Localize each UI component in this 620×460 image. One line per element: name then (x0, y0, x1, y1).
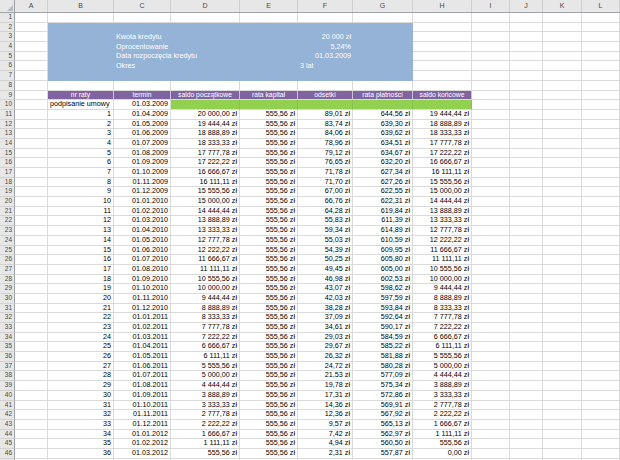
cell-H6[interactable] (413, 61, 472, 71)
cell-I23[interactable] (472, 226, 510, 236)
cell-I21[interactable] (472, 207, 510, 217)
cell-I33[interactable] (472, 323, 510, 333)
cell-J44[interactable] (510, 430, 543, 440)
cell-B15[interactable]: 5 (48, 149, 114, 159)
cell-A10[interactable] (15, 100, 48, 110)
cell-H19[interactable]: 15 000,00 zł (413, 187, 472, 197)
cell-F25[interactable]: 54,39 zł (298, 246, 353, 256)
cell-B32[interactable]: 22 (48, 313, 114, 323)
cell-H21[interactable]: 13 888,89 zł (413, 207, 472, 217)
cell-F37[interactable]: 24,72 zł (298, 362, 353, 372)
cell-I24[interactable] (472, 236, 510, 246)
cell-D1[interactable] (171, 13, 240, 23)
cell-I4[interactable] (472, 42, 510, 52)
cell-C18[interactable]: 01.11.2009 (114, 178, 171, 188)
cell-F22[interactable]: 55,83 zł (298, 216, 353, 226)
cell-K2[interactable] (543, 23, 582, 33)
column-header-C[interactable]: C (114, 0, 171, 12)
cell-E18[interactable]: 555,56 zł (240, 178, 298, 188)
cell-A8[interactable] (15, 81, 48, 91)
cell-H1[interactable] (413, 13, 472, 23)
cell-H31[interactable]: 8 333,33 zł (413, 304, 472, 314)
cell-E41[interactable]: 555,56 zł (240, 401, 298, 411)
table-header-C9[interactable]: termin (114, 91, 171, 101)
cell-J43[interactable] (510, 420, 543, 430)
cell-I12[interactable] (472, 120, 510, 130)
cell-B13[interactable]: 3 (48, 129, 114, 139)
cell-K11[interactable] (543, 110, 582, 120)
cell-K32[interactable] (543, 313, 582, 323)
table-header-H9[interactable]: saldo końcowe (413, 91, 472, 101)
cell-J25[interactable] (510, 246, 543, 256)
cell-B18[interactable]: 8 (48, 178, 114, 188)
cell-H28[interactable]: 10 000,00 zł (413, 275, 472, 285)
cell-D37[interactable]: 5 555,56 zł (171, 362, 240, 372)
cell-D30[interactable]: 9 444,44 zł (171, 294, 240, 304)
cell-L45[interactable] (582, 439, 620, 449)
cell-L26[interactable] (582, 255, 620, 265)
row-header-18[interactable]: 18 (0, 178, 15, 188)
cell-G22[interactable]: 611,39 zł (353, 216, 413, 226)
cell-L20[interactable] (582, 197, 620, 207)
cell-L12[interactable] (582, 120, 620, 130)
cell-H23[interactable]: 12 777,78 zł (413, 226, 472, 236)
cell-K12[interactable] (543, 120, 582, 130)
cell-D21[interactable]: 14 444,44 zł (171, 207, 240, 217)
table-header-B9[interactable]: nr raty (48, 91, 114, 101)
cell-F24[interactable]: 55,03 zł (298, 236, 353, 246)
cell-I20[interactable] (472, 197, 510, 207)
cell-B44[interactable]: 34 (48, 430, 114, 440)
cell-E37[interactable]: 555,56 zł (240, 362, 298, 372)
table-header-G9[interactable]: rata płatności (353, 91, 413, 101)
cell-B10[interactable]: podpisanie umowy (48, 100, 114, 110)
cell-B39[interactable]: 29 (48, 381, 114, 391)
cell-D25[interactable]: 12 222,22 zł (171, 246, 240, 256)
cell-C26[interactable]: 01.07.2010 (114, 255, 171, 265)
cell-F45[interactable]: 4,94 zł (298, 439, 353, 449)
cell-H39[interactable]: 3 888,89 zł (413, 381, 472, 391)
cell-K33[interactable] (543, 323, 582, 333)
column-header-K[interactable]: K (543, 0, 582, 12)
cell-G26[interactable]: 605,80 zł (353, 255, 413, 265)
cell-E27[interactable]: 555,56 zł (240, 265, 298, 275)
cell-A11[interactable] (15, 110, 48, 120)
cell-C1[interactable] (114, 13, 171, 23)
cell-E40[interactable]: 555,56 zł (240, 391, 298, 401)
cell-E29[interactable]: 555,56 zł (240, 284, 298, 294)
cell-I41[interactable] (472, 401, 510, 411)
cell-D32[interactable]: 8 333,33 zł (171, 313, 240, 323)
cell-J22[interactable] (510, 216, 543, 226)
cell-G25[interactable]: 609,95 zł (353, 246, 413, 256)
cell-J15[interactable] (510, 149, 543, 159)
cell-L33[interactable] (582, 323, 620, 333)
cell-B34[interactable]: 24 (48, 333, 114, 343)
cell-G18[interactable]: 627,26 zł (353, 178, 413, 188)
cell-G24[interactable]: 610,59 zł (353, 236, 413, 246)
cell-D34[interactable]: 7 222,22 zł (171, 333, 240, 343)
cell-E23[interactable]: 555,56 zł (240, 226, 298, 236)
cell-E39[interactable]: 555,56 zł (240, 381, 298, 391)
cell-J14[interactable] (510, 139, 543, 149)
row-header-46[interactable]: 46 (0, 449, 15, 459)
cell-L8[interactable] (582, 81, 620, 91)
cell-I2[interactable] (472, 23, 510, 33)
cell-L2[interactable] (582, 23, 620, 33)
cell-A36[interactable] (15, 352, 48, 362)
cell-G14[interactable]: 634,51 zł (353, 139, 413, 149)
cell-B20[interactable]: 10 (48, 197, 114, 207)
row-header-3[interactable]: 3 (0, 32, 15, 42)
cell-L42[interactable] (582, 410, 620, 420)
cell-D31[interactable]: 8 888,89 zł (171, 304, 240, 314)
cell-L36[interactable] (582, 352, 620, 362)
cell-K22[interactable] (543, 216, 582, 226)
cell-D24[interactable]: 12 777,78 zł (171, 236, 240, 246)
cell-L34[interactable] (582, 333, 620, 343)
cell-J41[interactable] (510, 401, 543, 411)
cell-K10[interactable] (543, 100, 582, 110)
cell-J19[interactable] (510, 187, 543, 197)
cell-B35[interactable]: 25 (48, 342, 114, 352)
cell-G41[interactable]: 569,91 zł (353, 401, 413, 411)
cell-J21[interactable] (510, 207, 543, 217)
cell-F16[interactable]: 76,65 zł (298, 158, 353, 168)
cell-J7[interactable] (510, 71, 543, 81)
